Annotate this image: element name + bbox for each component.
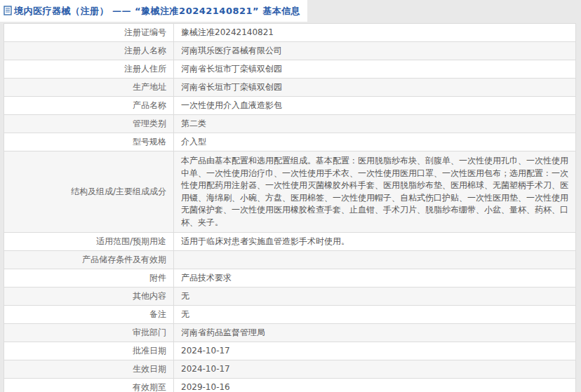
page-header: 境内医疗器械（注册） —— “豫械注准20242140821” 基本信息 (0, 0, 581, 17)
row-value: 河南省长垣市丁栾镇双创园 (174, 79, 576, 97)
row-value: 2024-10-17 (174, 342, 576, 360)
row-label: 注册人名称 (4, 42, 174, 60)
table-row-structure-composition: 结构及组成/主要组成成分 本产品由基本配置和选用配置组成。基本配置：医用脱脂纱布… (4, 151, 576, 233)
row-value: 2029-10-16 (174, 379, 576, 392)
row-value: 河南省长垣市丁栾镇双创园 (174, 60, 576, 79)
table-row-attachment: 附件 产品技术要求 (4, 269, 576, 288)
registration-detail-page: 境内医疗器械（注册） —— “豫械注准20242140821” 基本信息 注册证… (0, 0, 581, 392)
row-label: 型号规格 (4, 133, 174, 151)
row-label: 注册证编号 (4, 24, 174, 42)
row-value: 无 (174, 288, 576, 306)
row-value: 介入型 (174, 133, 576, 151)
row-label: 产品储存条件及有效期 (4, 251, 174, 269)
table-row-remarks: 备注 无 (4, 306, 576, 324)
row-label: 生产地址 (4, 79, 174, 97)
page-title: 境内医疗器械（注册） —— “豫械注准20242140821” 基本信息 (14, 6, 300, 16)
row-label: 有效期至 (4, 379, 174, 392)
table-row-registrant-name: 注册人名称 河南琪乐医疗器械有限公司 (4, 42, 576, 60)
row-label: 注册人住所 (4, 60, 174, 79)
row-label: 其他内容 (4, 288, 174, 306)
table-row-effective-date: 生效日期 2024-10-17 (4, 360, 576, 379)
row-label: 适用范围/预期用途 (4, 233, 174, 251)
table-row-product-name: 产品名称 一次性使用介入血液造影包 (4, 97, 576, 115)
row-value: 无 (174, 306, 576, 324)
row-label: 生效日期 (4, 360, 174, 379)
table-row-model-spec: 型号规格 介入型 (4, 133, 576, 151)
table-row-approval-department: 审批部门 河南省药品监督管理局 (4, 324, 576, 342)
row-value: 本产品由基本配置和选用配置组成。基本配置：医用脱脂纱布块、剖腹单、一次性使用孔巾… (174, 151, 576, 233)
table-row-expiry-date: 有效期至 2029-10-16 (4, 379, 576, 392)
row-value: 适用于临床对患者实施血管造影手术时使用。 (174, 233, 576, 251)
document-icon (4, 5, 12, 18)
row-label: 附件 (4, 269, 174, 288)
table-row-production-address: 生产地址 河南省长垣市丁栾镇双创园 (4, 79, 576, 97)
row-label: 备注 (4, 306, 174, 324)
table-row-other-content: 其他内容 无 (4, 288, 576, 306)
table-row-storage-validity: 产品储存条件及有效期 (4, 251, 576, 269)
row-label: 产品名称 (4, 97, 174, 115)
row-label: 审批部门 (4, 324, 174, 342)
row-label: 批准日期 (4, 342, 174, 360)
row-value: 2024-10-17 (174, 360, 576, 379)
row-value: 一次性使用介入血液造影包 (174, 97, 576, 115)
table-row-registrant-address: 注册人住所 河南省长垣市丁栾镇双创园 (4, 60, 576, 79)
table-row-management-class: 管理类别 第二类 (4, 115, 576, 133)
registration-info-table: 注册证编号 豫械注准20242140821 注册人名称 河南琪乐医疗器械有限公司… (4, 23, 576, 392)
page-title-box: 境内医疗器械（注册） —— “豫械注准20242140821” 基本信息 (0, 0, 307, 22)
table-row-intended-use: 适用范围/预期用途 适用于临床对患者实施血管造影手术时使用。 (4, 233, 576, 251)
table-row-cert-number: 注册证编号 豫械注准20242140821 (4, 24, 576, 42)
row-label: 结构及组成/主要组成成分 (4, 151, 174, 233)
table-row-approval-date: 批准日期 2024-10-17 (4, 342, 576, 360)
row-value: 第二类 (174, 115, 576, 133)
row-value: 豫械注准20242140821 (174, 24, 576, 42)
row-value: 产品技术要求 (174, 269, 576, 288)
row-value (174, 251, 576, 269)
row-value: 河南琪乐医疗器械有限公司 (174, 42, 576, 60)
row-value: 河南省药品监督管理局 (174, 324, 576, 342)
row-label: 管理类别 (4, 115, 174, 133)
